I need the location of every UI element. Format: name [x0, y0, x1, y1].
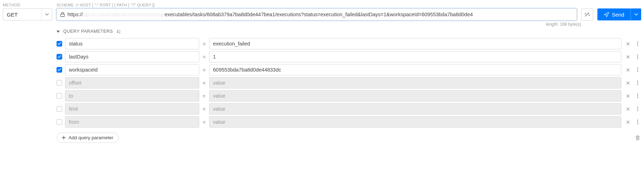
param-menu-icon[interactable]: [634, 119, 641, 124]
svg-point-20: [637, 120, 638, 121]
svg-point-7: [637, 58, 638, 59]
param-name-input[interactable]: workspaceId: [65, 64, 199, 75]
url-length: length: 168 byte(s): [3, 22, 641, 27]
svg-point-4: [637, 45, 638, 46]
svg-text:Z: Z: [119, 31, 120, 34]
param-name-input[interactable]: to: [65, 90, 199, 102]
sort-icon[interactable]: AZ: [117, 29, 122, 34]
svg-point-14: [637, 94, 638, 95]
remove-param-icon[interactable]: [624, 81, 631, 85]
svg-point-21: [637, 122, 638, 123]
trash-icon[interactable]: [634, 135, 641, 141]
param-checkbox[interactable]: [57, 41, 62, 47]
send-icon: [604, 12, 609, 17]
remove-param-icon[interactable]: [624, 55, 631, 59]
param-value-input[interactable]: 609553bda7ba8d0de44833dc: [209, 64, 621, 75]
param-checkbox[interactable]: [57, 80, 62, 86]
send-dropdown[interactable]: [631, 8, 641, 20]
equals-sign: =: [202, 93, 206, 99]
param-value-input[interactable]: value: [209, 116, 621, 128]
param-value-input[interactable]: value: [209, 90, 621, 102]
svg-point-13: [637, 84, 638, 85]
query-param-row: workspaceId=609553bda7ba8d0de44833dc: [57, 64, 641, 75]
svg-point-8: [637, 68, 638, 69]
param-value-input[interactable]: value: [209, 77, 621, 88]
equals-sign: =: [202, 80, 206, 86]
param-value-input[interactable]: value: [209, 103, 621, 115]
query-param-row: offset=value: [57, 77, 641, 88]
svg-point-6: [637, 56, 638, 57]
query-param-row: from=value: [57, 116, 641, 128]
param-checkbox[interactable]: [57, 54, 62, 60]
equals-sign: =: [202, 119, 206, 125]
param-name-input[interactable]: offset: [65, 77, 199, 88]
param-menu-icon[interactable]: [634, 41, 641, 46]
chevron-down-icon[interactable]: [41, 9, 52, 20]
method-value: GET: [3, 12, 41, 18]
param-menu-icon[interactable]: [634, 54, 641, 59]
remove-param-icon[interactable]: [624, 107, 631, 111]
query-param-row: status=execution_failed: [57, 38, 641, 49]
query-parameters-title: QUERY PARAMETERS: [63, 29, 113, 34]
param-name-input[interactable]: from: [65, 116, 199, 128]
param-name-input[interactable]: lastDays: [65, 51, 199, 62]
svg-point-12: [637, 82, 638, 84]
method-label: METHOD: [3, 3, 52, 7]
remove-param-icon[interactable]: [624, 68, 631, 72]
param-menu-icon[interactable]: [634, 106, 641, 111]
param-checkbox[interactable]: [57, 67, 62, 73]
remove-param-icon[interactable]: [624, 120, 631, 124]
param-menu-icon[interactable]: [634, 80, 641, 85]
svg-point-22: [637, 123, 638, 124]
svg-point-9: [637, 69, 638, 70]
param-value-input[interactable]: execution_failed: [209, 38, 621, 49]
equals-sign: =: [202, 67, 206, 73]
equals-sign: =: [202, 54, 206, 60]
equals-sign: =: [202, 106, 206, 112]
param-checkbox[interactable]: [57, 106, 62, 112]
query-param-row: limit=value: [57, 103, 641, 115]
svg-point-3: [637, 43, 638, 44]
magic-wand-button[interactable]: [581, 8, 593, 20]
param-checkbox[interactable]: [57, 93, 62, 99]
param-menu-icon[interactable]: [634, 67, 641, 72]
param-menu-icon[interactable]: [634, 93, 641, 98]
param-name-input[interactable]: status: [65, 38, 199, 49]
scheme-label: SCHEME :// HOST [ ":" PORT ] [ PATH [ "?…: [57, 3, 577, 7]
plus-icon: [62, 136, 66, 140]
remove-param-icon[interactable]: [624, 94, 631, 98]
add-query-label: Add query parameter: [69, 135, 113, 140]
send-button[interactable]: Send: [597, 8, 631, 20]
svg-point-5: [637, 55, 638, 56]
svg-point-10: [637, 71, 638, 72]
svg-point-17: [637, 107, 638, 108]
lock-icon: [57, 12, 67, 17]
param-name-input[interactable]: limit: [65, 103, 199, 115]
svg-point-19: [637, 110, 638, 111]
param-checkbox[interactable]: [57, 119, 62, 125]
method-select[interactable]: GET: [3, 8, 52, 20]
svg-point-18: [637, 109, 638, 110]
svg-point-16: [637, 97, 638, 98]
add-query-parameter-button[interactable]: Add query parameter: [57, 133, 119, 143]
param-value-input[interactable]: 1: [209, 51, 621, 62]
svg-point-15: [637, 96, 638, 97]
url-text: https://api.eu.cloud.talend.com/processi…: [67, 12, 577, 17]
query-param-row: to=value: [57, 90, 641, 102]
url-input[interactable]: https://api.eu.cloud.talend.com/processi…: [57, 8, 577, 20]
collapse-icon[interactable]: [57, 30, 60, 33]
svg-point-2: [637, 42, 638, 43]
equals-sign: =: [202, 41, 206, 47]
remove-param-icon[interactable]: [624, 42, 631, 46]
query-param-row: lastDays=1: [57, 51, 641, 62]
send-label: Send: [612, 12, 624, 18]
svg-point-11: [637, 81, 638, 82]
